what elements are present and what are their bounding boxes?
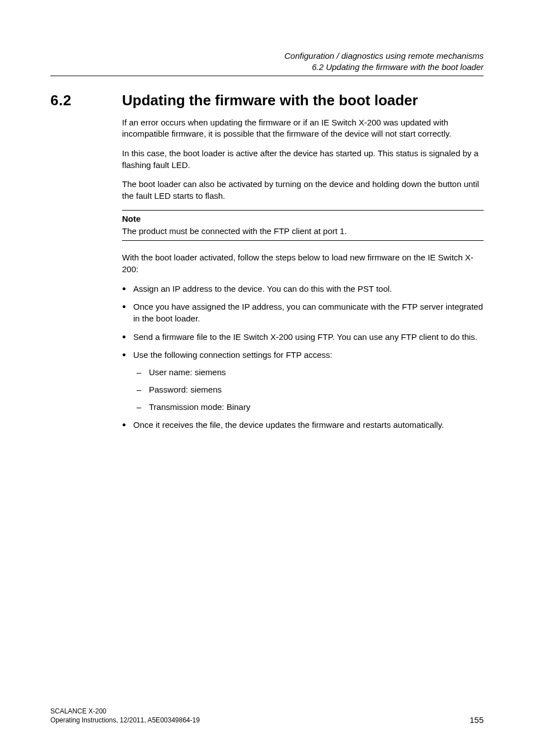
paragraph-2: In this case, the boot loader is active …: [122, 148, 484, 171]
body-area: If an error occurs when updating the fir…: [122, 117, 484, 431]
section-number: 6.2: [50, 92, 122, 109]
header-line-2: 6.2 Updating the firmware with the boot …: [50, 62, 484, 73]
sub-list: User name: siemens Password: siemens Tra…: [133, 367, 484, 413]
sub-item-1: User name: siemens: [137, 367, 484, 379]
note-rule-bottom: [122, 240, 484, 241]
header-rule: [50, 76, 484, 76]
bullet-item-4: Use the following connection settings fo…: [122, 349, 484, 413]
note-label: Note: [122, 214, 484, 223]
sub-item-2: Password: siemens: [137, 384, 484, 396]
paragraph-4: With the boot loader activated, follow t…: [122, 252, 484, 275]
sub-item-3: Transmission mode: Binary: [137, 402, 484, 413]
running-header: Configuration / diagnostics using remote…: [50, 50, 484, 73]
paragraph-1: If an error occurs when updating the fir…: [122, 117, 484, 140]
page-number: 155: [470, 715, 484, 725]
section-title: Updating the firmware with the boot load…: [122, 92, 418, 109]
note-text: The product must be connected with the F…: [122, 226, 484, 237]
bullet-item-4-text: Use the following connection settings fo…: [133, 350, 332, 360]
footer-left: SCALANCE X-200 Operating Instructions, 1…: [50, 707, 200, 725]
header-line-1: Configuration / diagnostics using remote…: [50, 50, 484, 62]
bullet-item-2: Once you have assigned the IP address, y…: [122, 301, 484, 324]
page-root: Configuration / diagnostics using remote…: [0, 0, 534, 756]
bullet-list: Assign an IP address to the device. You …: [122, 283, 484, 431]
page-footer: SCALANCE X-200 Operating Instructions, 1…: [50, 707, 484, 725]
section-heading: 6.2 Updating the firmware with the boot …: [50, 92, 484, 109]
paragraph-3: The boot loader can also be activated by…: [122, 179, 484, 202]
note-rule-top: [122, 210, 484, 211]
bullet-item-5: Once it receives the file, the device up…: [122, 419, 484, 431]
footer-docinfo: Operating Instructions, 12/2011, A5E0034…: [50, 716, 200, 725]
bullet-item-1: Assign an IP address to the device. You …: [122, 283, 484, 295]
footer-product: SCALANCE X-200: [50, 707, 200, 716]
bullet-item-3: Send a firmware file to the IE Switch X-…: [122, 332, 484, 343]
